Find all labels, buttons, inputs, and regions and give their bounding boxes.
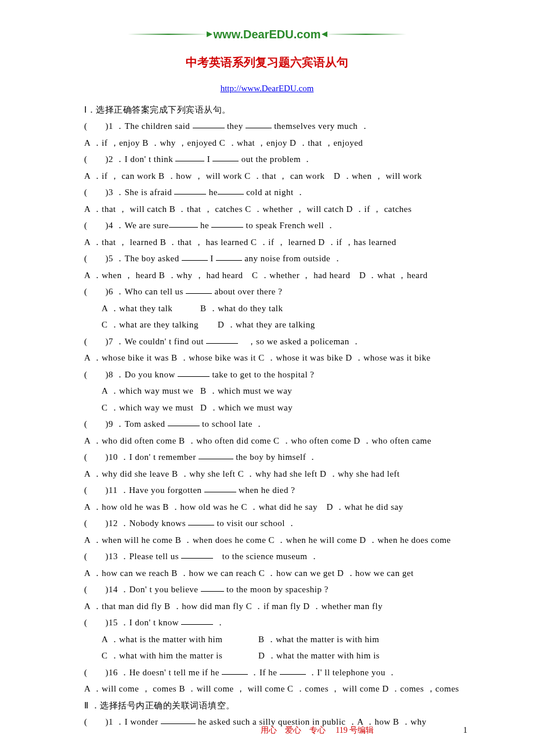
q9-stem: ( )9 ．Tom asked to school late ．: [67, 416, 467, 433]
decor-line-right: [325, 34, 406, 35]
q15-stem: ( )15 ．I don' t know ．: [67, 614, 467, 631]
q14-stem: ( )14 ．Don' t you believe to the moon by…: [67, 581, 467, 598]
q13-options: A ．how can we reach B ．how we can reach …: [67, 565, 467, 582]
q7-options: A ．whose bike it was B ．whose bike was i…: [67, 350, 467, 366]
section2-header: Ⅱ ．选择括号内正确的关联词语填空。: [67, 697, 467, 714]
q6-stem: ( )6 ．Who can tell us about over there ?: [67, 283, 467, 300]
q5-stem: ( )5 ．The boy asked I any noise from out…: [67, 250, 467, 267]
q10-options: A ．why did she leave B ．why she left C ．…: [67, 466, 467, 483]
q11-stem: ( )11 ．Have you forgotten when he died ?: [67, 482, 467, 499]
source-url: http://www.DearEDU.com: [67, 80, 467, 97]
q16-stem: ( )16 ．He doesn' t tell me if he ．If he …: [67, 664, 467, 681]
q16-options: A ．will come ， comes B ．will come ， will…: [67, 681, 467, 697]
q3-stem: ( )3 ．She is afraid he cold at night ．: [67, 184, 467, 201]
header-logo: www.DearEDU.com: [67, 23, 467, 45]
q2-stem: ( )2 ．I don' t think I out the problem ．: [67, 151, 467, 168]
q10-stem: ( )10 ．I don' t remember the boy by hims…: [67, 449, 467, 466]
q2-options: A ．if ， can work B ．how ， will work C ．t…: [67, 168, 467, 185]
q5-options: A ．when ， heard B ．why ， had heard C ．wh…: [67, 267, 467, 284]
q8-options-ab: A ．which way must weB ．which must we way: [67, 383, 467, 399]
q3-options: A ．that ， will catch B ．that ， catches C…: [67, 201, 467, 218]
q15-options-cd: C ．what with him the matter isD ．what th…: [67, 647, 467, 664]
q1-options: A ．if ，enjoy B ．why ，enjoyed C ．what ，en…: [67, 135, 467, 152]
q11-options: A ．how old he was B ．how old was he C ．w…: [67, 499, 467, 516]
page-title: 中考英语系列复习题六宾语从句: [67, 51, 467, 73]
decor-line-left: [128, 34, 209, 35]
q8-options-cd: C ．which way we mustD ．which we must way: [67, 399, 467, 416]
footer-text: 用心 爱心 专心 119 号编辑: [261, 723, 374, 739]
q12-stem: ( )12 ．Nobody knows to visit our school …: [67, 515, 467, 532]
q8-stem: ( )8 ．Do you know take to get to the hos…: [67, 366, 467, 383]
q9-options: A ．who did often come B ．who often did c…: [67, 433, 467, 449]
q13-stem: ( )13 ．Please tell us to the science mus…: [67, 548, 467, 565]
section1-header: Ⅰ．选择正确答案完成下列宾语从句。: [67, 102, 467, 118]
q14-options: A ．that man did fly B ．how did man fly C…: [67, 598, 467, 615]
q6-options-cd: C ．what are they talkingD ．what they are…: [67, 316, 467, 333]
q15-options-ab: A ．what is the matter with himB ．what th…: [67, 631, 467, 648]
footer: 用心 爱心 专心 119 号编辑 1: [0, 723, 534, 739]
q6-options-ab: A ．what they talkB ．what do they talk: [67, 300, 467, 317]
q12-options: A ．when will he come B ．when does he com…: [67, 532, 467, 549]
q1-stem: ( )1 ．The children said they themselves …: [67, 118, 467, 135]
q4-stem: ( )4 ．We are sure he to speak French wel…: [67, 217, 467, 234]
source-link[interactable]: http://www.DearEDU.com: [221, 84, 314, 93]
q4-options: A ．that ， learned B ．that ， has learned …: [67, 234, 467, 251]
page-number: 1: [463, 723, 467, 739]
q7-stem: ( )7 ．We couldn' t find out ，so we asked…: [67, 333, 467, 350]
logo-text: www.DearEDU.com: [214, 23, 321, 45]
